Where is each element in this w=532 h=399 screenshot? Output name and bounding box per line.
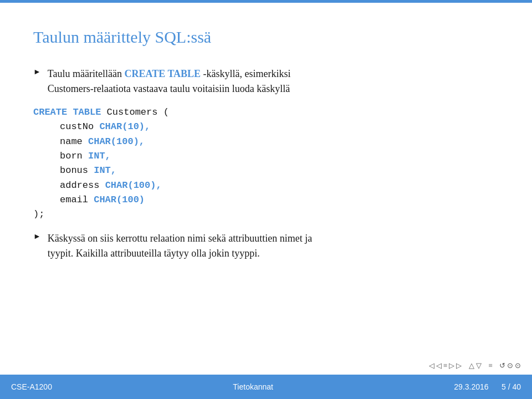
slide-title: Taulun määrittely SQL:ssä	[33, 28, 499, 47]
code-line-4: born INT,	[60, 149, 499, 163]
code-bonus-plain: bonus	[60, 165, 94, 176]
footer: CSE-A1200 Tietokannat 29.3.2016 5 / 40	[0, 375, 532, 399]
bullet-1-content: Taulu määritellään CREATE TABLE -käskyll…	[48, 66, 291, 96]
bullet-2-line2: tyypit. Kaikilla attribuuteilla täytyy o…	[48, 248, 260, 259]
code-line-5: bonus INT,	[60, 163, 499, 178]
code-block: CREATE TABLE Customers ( custNo CHAR(10)…	[33, 105, 499, 222]
footer-date: 29.3.2016	[454, 382, 488, 391]
bullet-1-line2: Customers-relaatiota vastaava taulu voit…	[48, 83, 290, 94]
slide-content: Taulun määrittely SQL:ssä ► Taulu määrit…	[22, 11, 510, 371]
footer-subject: Tietokannat	[233, 382, 273, 391]
code-email-kw: CHAR(100)	[94, 195, 145, 205]
code-kw-create-table: CREATE TABLE	[33, 107, 101, 117]
code-line-6: address CHAR(100),	[60, 178, 499, 193]
bullet-arrow-1: ►	[33, 68, 41, 76]
code-custno-kw: CHAR(10),	[99, 121, 150, 132]
bullet-item-1: ► Taulu määritellään CREATE TABLE -käsky…	[33, 66, 499, 96]
bullet-2-text: Käskyssä on siis kerrottu relaation nimi…	[48, 231, 312, 261]
nav-next-icon[interactable]: ▷	[456, 361, 462, 370]
nav-down-icon[interactable]: ▽	[476, 361, 482, 370]
code-bonus-kw: INT,	[94, 165, 116, 176]
code-line-7: email CHAR(100)	[60, 193, 499, 207]
code-email-plain: email	[60, 195, 94, 205]
code-closing: );	[33, 207, 499, 222]
bullet-1-suffix: -käskyllä, esimerkiksi	[201, 68, 290, 79]
code-address-kw: CHAR(100),	[105, 180, 162, 191]
bullet-2-line1: Käskyssä on siis kerrottu relaation nimi…	[48, 233, 312, 244]
bullet-1-keyword: CREATE TABLE	[125, 68, 201, 79]
code-born-plain: born	[60, 151, 88, 161]
code-name-plain: name	[60, 136, 88, 147]
nav-refresh-icon[interactable]: ↺	[499, 361, 505, 370]
nav-next-fast-icon[interactable]: ▷	[449, 361, 454, 370]
code-name-kw: CHAR(100),	[88, 136, 145, 147]
nav-icons-row: ◁ ◁ ≡ ▷ ▷ △ ▽ ≡ ↺ ⊙ ⊙	[429, 361, 521, 370]
code-born-kw: INT,	[88, 151, 111, 161]
bullet-arrow-2: ►	[33, 232, 41, 241]
nav-prev-icon[interactable]: ◁	[429, 361, 434, 370]
nav-menu-icon[interactable]: ≡	[443, 361, 447, 370]
bullet-1-text: Taulu määritellään CREATE TABLE -käskyll…	[48, 68, 291, 94]
bullet-1-prefix: Taulu määritellään	[48, 68, 125, 79]
code-line1-rest: Customers (	[101, 107, 168, 117]
code-line-3: name CHAR(100),	[60, 135, 499, 149]
footer-page-info: 5 / 40	[502, 382, 521, 391]
code-address-plain: address	[60, 180, 105, 191]
bullet-2-content: Käskyssä on siis kerrottu relaation nimi…	[48, 231, 312, 261]
footer-course: CSE-A1200	[11, 382, 52, 391]
footer-date-page: 29.3.2016 5 / 40	[454, 382, 521, 391]
nav-search-icon[interactable]: ⊙	[507, 361, 513, 370]
code-custno-plain: custNo	[60, 121, 99, 132]
nav-zoom-icon[interactable]: ⊙	[515, 361, 521, 370]
code-line-2: custNo CHAR(10),	[60, 120, 499, 134]
nav-up-icon[interactable]: △	[469, 361, 474, 370]
nav-section-icon[interactable]: ≡	[488, 361, 492, 370]
top-accent-bar	[0, 0, 532, 3]
bullet-item-2: ► Käskyssä on siis kerrottu relaation ni…	[33, 231, 499, 261]
nav-controls: ◁ ◁ ≡ ▷ ▷ △ ▽ ≡ ↺ ⊙ ⊙	[429, 361, 521, 370]
code-line-1: CREATE TABLE Customers (	[33, 105, 499, 120]
nav-prev-fast-icon[interactable]: ◁	[436, 361, 442, 370]
